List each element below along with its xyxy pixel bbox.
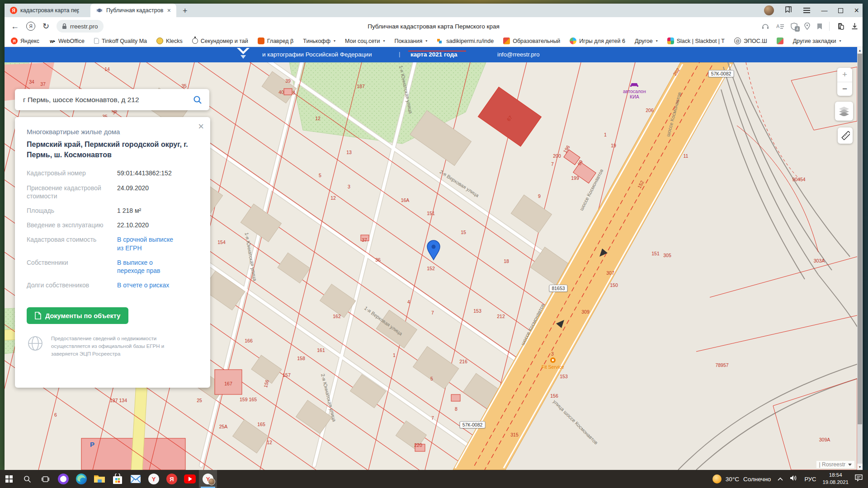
start-button[interactable] <box>0 470 18 488</box>
yandex-icon: Я <box>11 38 18 44</box>
search-icon[interactable] <box>193 95 202 104</box>
map-attribution[interactable]: | Rosreestr <box>816 461 854 468</box>
doc-icon <box>94 38 99 44</box>
geo-pin-icon[interactable] <box>804 23 810 30</box>
bookmark-item[interactable]: sadikipermi.ru/inde <box>437 38 494 44</box>
bookmark-item[interactable]: Образовательный <box>503 38 560 44</box>
bookmark-label: Мои соц.сети <box>345 38 380 44</box>
profile-avatar[interactable] <box>764 5 774 15</box>
tab-cadastral-map[interactable]: Я кадастровая карта пермск <box>5 4 90 17</box>
object-category: Многоквартирые жилые дома <box>27 128 198 136</box>
other-bookmarks-button[interactable]: Другие закладки ▾ <box>793 38 841 44</box>
chevron-down-icon: ▾ <box>656 39 658 43</box>
bookmark-item[interactable]: Главред β <box>258 38 294 44</box>
page-title: Публичная кадастровая карта Пермского кр… <box>368 23 500 30</box>
bookmark-item[interactable] <box>777 38 783 44</box>
clock[interactable]: 18:54 19.08.2021 <box>822 472 849 486</box>
glavred-icon <box>258 38 264 44</box>
maximize-button[interactable] <box>838 8 843 13</box>
minimize-button[interactable]: — <box>821 7 827 14</box>
page-scrollbar[interactable]: ▲ ▼ <box>857 47 863 470</box>
info-row: Введение в эксплуатацию 22.10.2020 <box>27 221 198 229</box>
refresh-icon[interactable]: ↻ <box>42 21 49 31</box>
microsoft-store-icon[interactable] <box>108 470 127 488</box>
taskbar-search-icon[interactable] <box>18 470 36 488</box>
map-viewport[interactable]: 1-я Юннатская улица2-я Верховая улица1-я… <box>5 62 857 470</box>
adblock-shield-icon[interactable]: 4 <box>791 23 797 30</box>
bookmark-label: Яндекс <box>20 38 39 44</box>
volume-icon[interactable] <box>790 475 798 483</box>
weather-condition: Солнечно <box>743 476 771 483</box>
bookmark-item[interactable]: Игры для детей 6 <box>570 38 625 44</box>
bookmark-item[interactable]: Другое▾ <box>635 38 658 44</box>
info-row: Присвоение кадастровой стоимости 24.09.2… <box>27 184 198 200</box>
map-year-label: карта 2021 года <box>410 51 458 58</box>
yandex-search-icon[interactable]: Я <box>26 22 35 31</box>
extensions-icon[interactable] <box>836 23 844 30</box>
mail-app-icon[interactable] <box>127 470 145 488</box>
measure-button[interactable] <box>838 127 853 144</box>
bookmark-label: Показания <box>394 38 422 44</box>
squares-icon <box>437 38 443 44</box>
bookmark-item[interactable]: Показания▾ <box>394 38 427 44</box>
close-button[interactable]: × <box>854 6 859 14</box>
address-bar: ← Я ↻ rreestr.pro Публичная кадастровая … <box>5 17 863 35</box>
scrollbar-thumb[interactable] <box>858 54 862 424</box>
tray-expand-icon[interactable] <box>777 475 783 483</box>
menu-icon[interactable] <box>803 6 810 14</box>
contact-email[interactable]: info@rreestr.pro <box>497 51 539 58</box>
youtube-app-icon[interactable] <box>181 470 199 488</box>
tab-public-cadastral-map[interactable]: Публичная кадастрова × <box>90 4 176 17</box>
edge-app-icon[interactable] <box>72 470 90 488</box>
zoom-in-button[interactable]: + <box>837 68 852 82</box>
tab-close-icon[interactable]: × <box>167 7 171 14</box>
site-header-agency-line: и картографии Российской Федерации <box>262 51 372 58</box>
bookmark-item[interactable]: w•WebOffice <box>49 38 85 44</box>
ownership-transfer-link[interactable]: В выписке о переходе прав <box>117 258 176 275</box>
language-indicator[interactable]: РУС <box>804 476 816 483</box>
listen-icon[interactable] <box>761 23 769 30</box>
stopwatch-icon <box>192 38 198 44</box>
scroll-up-arrow[interactable]: ▲ <box>857 47 863 53</box>
bookmark-item[interactable]: Klecks <box>156 38 183 44</box>
object-info-panel: × Многоквартирые жилые дома Пермский кра… <box>15 117 210 388</box>
bookmark-item[interactable]: @ЭПОС.Ш <box>734 38 767 44</box>
ruler-icon <box>841 131 850 140</box>
bookmark-item[interactable]: Tinkoff Quality Ma <box>94 38 147 44</box>
scroll-down-arrow[interactable]: ▼ <box>857 464 863 470</box>
risk-report-link[interactable]: В отчете о рисках <box>117 281 169 289</box>
reader-mode-icon[interactable]: A <box>776 23 784 29</box>
download-icon[interactable] <box>851 23 858 30</box>
new-tab-button[interactable]: + <box>183 6 188 16</box>
lock-icon <box>62 23 67 29</box>
file-explorer-icon[interactable] <box>90 470 108 488</box>
bookmark-item[interactable]: Slack | Slackbot | T <box>667 38 725 44</box>
edu-icon <box>503 38 510 44</box>
yandex-app-icon[interactable]: Я <box>163 470 181 488</box>
back-icon[interactable]: ← <box>11 22 19 31</box>
bookmark-item[interactable]: Мои соц.сети▾ <box>345 38 385 44</box>
weather-widget[interactable]: 30°C Солнечно <box>712 474 771 483</box>
alice-app-icon[interactable] <box>54 470 72 488</box>
close-icon[interactable]: × <box>198 122 204 131</box>
yandex-browser-active-window[interactable]: Y <box>199 470 217 488</box>
action-center-icon[interactable] <box>855 474 863 483</box>
collections-icon[interactable] <box>785 6 793 15</box>
bookmark-item[interactable]: ЯЯндекс <box>11 38 39 44</box>
task-view-icon[interactable] <box>36 470 54 488</box>
info-row: Собственники В выписке о переходе прав <box>27 258 198 275</box>
bookmark-item[interactable]: Тинькофф▾ <box>303 38 335 44</box>
epos-icon: @ <box>734 38 741 44</box>
zoom-out-button[interactable]: − <box>837 82 852 96</box>
yandex-browser-icon[interactable]: Y <box>145 470 163 488</box>
url-field[interactable]: rreestr.pro <box>57 20 104 33</box>
layers-button[interactable] <box>835 102 853 121</box>
egrn-extract-link[interactable]: В срочной выписке из ЕГРН <box>117 235 176 252</box>
panel-disclaimer: Предоставление сведений о недвижимости о… <box>27 335 198 357</box>
yandex-favicon: Я <box>10 7 17 14</box>
bookmark-flag-icon[interactable] <box>817 23 822 30</box>
search-input[interactable] <box>22 95 193 104</box>
object-documents-button[interactable]: Документы по объекту <box>27 307 128 324</box>
globe-icon <box>27 335 44 352</box>
bookmark-item[interactable]: Секундомер и тай <box>192 38 248 44</box>
